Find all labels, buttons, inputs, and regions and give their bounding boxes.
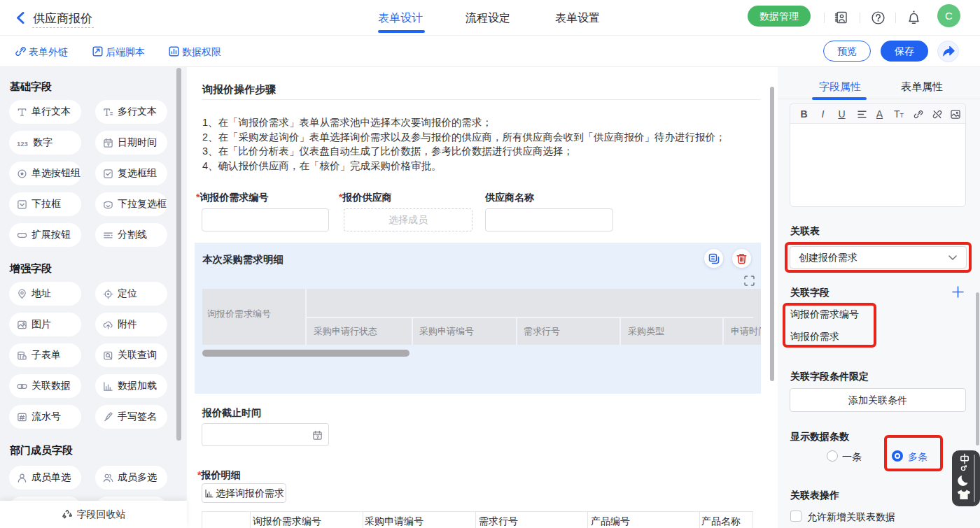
svg-text:123: 123 [17, 139, 28, 147]
